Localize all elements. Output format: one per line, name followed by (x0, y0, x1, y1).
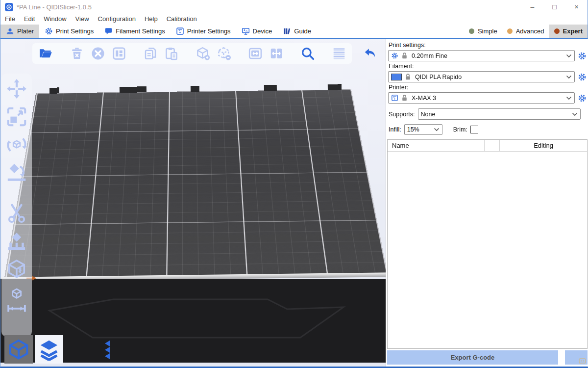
object-manipulation-toolbar (1, 74, 32, 337)
plater-icon (6, 27, 14, 35)
window-title: *PA Line - QIDISlicer-1.0.5 (17, 3, 92, 11)
tab-plater[interactable]: Plater (0, 25, 39, 38)
arrange-button[interactable] (112, 46, 126, 61)
split-objects-button[interactable] (248, 46, 263, 61)
simple-mode-dot-icon (469, 28, 474, 34)
infill-combo[interactable]: 15% (404, 124, 442, 135)
tab-label: Device (253, 27, 272, 35)
guide-icon (283, 27, 291, 35)
gear-icon (391, 52, 398, 59)
menu-edit[interactable]: Edit (20, 14, 39, 25)
lock-icon (405, 73, 411, 80)
printer-value: X-MAX 3 (412, 95, 564, 102)
chevron-down-icon (566, 96, 572, 100)
bed-clip (264, 85, 277, 91)
edit-print-settings-button[interactable] (578, 52, 587, 60)
printer-icon (391, 94, 398, 102)
brim-label: Brim: (453, 126, 467, 133)
close-button[interactable]: × (565, 0, 588, 14)
open-folder-button[interactable] (38, 46, 53, 61)
filament-color-swatch (391, 74, 402, 80)
print-settings-combo[interactable]: 0.20mm Fine (388, 50, 575, 61)
sd-card-icon (579, 358, 586, 364)
filament-label: Filament: (389, 63, 587, 70)
search-button[interactable] (300, 46, 315, 61)
scale-tool-button[interactable] (5, 105, 28, 128)
tab-label: Guide (294, 27, 311, 35)
copy-button[interactable] (143, 46, 158, 61)
bed-clip (328, 84, 342, 90)
paste-button[interactable] (164, 46, 179, 61)
menu-file[interactable]: File (0, 14, 20, 25)
print-bed[interactable] (4, 89, 386, 278)
rotate-tool-button[interactable] (5, 133, 28, 156)
place-on-face-tool-button[interactable] (5, 161, 28, 184)
printer-combo[interactable]: X-MAX 3 (388, 92, 575, 104)
tab-label: Filament Settings (116, 27, 165, 35)
undo-button[interactable] (363, 46, 378, 61)
column-header-name[interactable]: Name (388, 140, 485, 151)
tab-filament-settings[interactable]: Filament Settings (99, 25, 170, 38)
mode-label: Simple (478, 27, 497, 35)
variable-layer-height-button[interactable] (332, 46, 346, 61)
preview-layers-button[interactable] (35, 335, 63, 364)
printer-label: Printer: (389, 84, 587, 91)
column-header-editing[interactable]: Editing (500, 142, 587, 149)
tab-guide[interactable]: Guide (277, 25, 317, 38)
editor-3d-view-button[interactable] (4, 335, 33, 364)
remove-instance-button[interactable] (217, 46, 231, 61)
split-parts-button[interactable] (269, 46, 284, 61)
fuzzy-skin-tool-button[interactable] (5, 258, 28, 281)
mode-switcher: Simple Advanced Expert (464, 25, 588, 38)
gear-icon (45, 27, 53, 35)
edit-filament-button[interactable] (578, 73, 587, 81)
menu-configuration[interactable]: Configuration (94, 14, 140, 25)
edit-printer-button[interactable] (578, 94, 587, 103)
print-settings-label: Print settings: (389, 42, 587, 49)
filament-value: QIDI PLA Rapido (415, 74, 564, 80)
maximize-button[interactable]: □ (543, 0, 565, 14)
app-window: *PA Line - QIDISlicer-1.0.5 – □ × File E… (0, 0, 588, 368)
tab-printer-settings[interactable]: Printer Settings (171, 25, 236, 38)
object-table-header: Name Editing (388, 140, 587, 152)
paint-supports-tool-button[interactable] (5, 230, 28, 253)
supports-value: None (421, 111, 570, 118)
advanced-mode-dot-icon (507, 28, 513, 34)
menu-help[interactable]: Help (140, 14, 162, 25)
export-row: Export G-code (387, 350, 588, 365)
mode-advanced[interactable]: Advanced (502, 25, 549, 38)
menu-view[interactable]: View (71, 14, 94, 25)
delete-button[interactable] (70, 46, 84, 61)
object-list-table: Name Editing (387, 139, 588, 349)
chevron-down-icon (566, 54, 572, 58)
filament-icon (104, 27, 113, 35)
measure-tool-button[interactable] (5, 286, 28, 315)
supports-combo[interactable]: None (418, 108, 581, 120)
move-tool-button[interactable] (5, 78, 28, 100)
export-to-sd-button[interactable] (565, 350, 588, 365)
plater-toolbar (32, 43, 352, 64)
tab-device[interactable]: Device (236, 25, 278, 38)
delete-all-button[interactable] (91, 46, 105, 61)
mode-expert[interactable]: Expert (549, 25, 588, 38)
brim-checkbox[interactable] (470, 126, 478, 133)
object-table-body[interactable] (388, 152, 587, 348)
mode-label: Expert (563, 27, 583, 35)
printer-icon (176, 27, 184, 35)
mode-label: Advanced (516, 27, 544, 35)
viewport-3d[interactable] (0, 39, 386, 367)
tab-print-settings[interactable]: Print Settings (39, 25, 99, 38)
app-logo-icon (5, 3, 13, 11)
menu-window[interactable]: Window (39, 14, 71, 25)
add-instance-button[interactable] (196, 46, 210, 61)
lock-icon (401, 52, 408, 59)
filament-combo[interactable]: QIDI PLA Rapido (388, 71, 575, 82)
column-header-extruder[interactable] (485, 140, 500, 151)
view-toggle-group (4, 335, 63, 364)
mode-simple[interactable]: Simple (464, 25, 502, 38)
menu-calibration[interactable]: Calibration (162, 14, 201, 25)
cut-tool-button[interactable] (5, 202, 28, 225)
export-gcode-button[interactable]: Export G-code (387, 350, 558, 365)
collapse-sidebar-arrows-icon[interactable] (104, 340, 110, 360)
minimize-button[interactable]: – (521, 0, 543, 14)
